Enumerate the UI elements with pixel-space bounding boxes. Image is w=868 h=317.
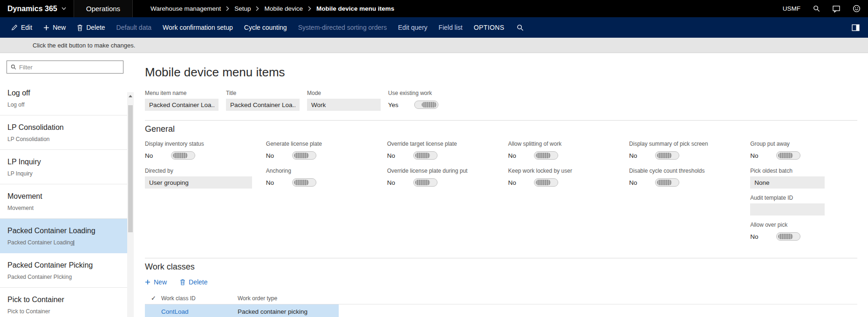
- field-menu-item-name: Menu item name: [145, 90, 219, 111]
- work-class-id-link[interactable]: ContLoad: [161, 308, 238, 315]
- sidebar-scrollbar[interactable]: [127, 92, 134, 317]
- override-license-plate-during-put-toggle[interactable]: [413, 178, 437, 187]
- menu-item-edit-query[interactable]: Edit query: [392, 17, 433, 38]
- item-subtitle: Packed Container Loading: [7, 239, 119, 246]
- pencil-icon: [11, 24, 18, 31]
- breadcrumb-setup[interactable]: Setup: [234, 5, 251, 12]
- info-message: Click the edit button to make changes.: [33, 42, 135, 49]
- menu-item-label: Edit query: [398, 24, 427, 31]
- search-icon[interactable]: [813, 5, 820, 12]
- toggle-value: No: [145, 152, 171, 159]
- column-header-work-order-type[interactable]: Work order type: [238, 295, 857, 302]
- display-inventory-status-toggle[interactable]: [171, 151, 195, 160]
- sidebar-item-packed-container-loading[interactable]: Packed Container Loading Packed Containe…: [0, 219, 127, 253]
- anchoring-toggle[interactable]: [292, 178, 316, 187]
- select-all-check-icon[interactable]: ✓: [145, 295, 161, 302]
- work-classes-new-button[interactable]: New: [145, 278, 167, 286]
- menu-item-label: OPTIONS: [474, 24, 505, 31]
- item-title: Log off: [7, 88, 119, 98]
- text-caret: [74, 240, 74, 246]
- edit-button[interactable]: Edit: [6, 17, 38, 38]
- field-label: Audit template ID: [750, 195, 857, 201]
- toggle-value: No: [508, 179, 534, 186]
- field-directed-by: Directed by User grouping: [145, 168, 252, 189]
- header-fields: Menu item name Title Mode Work Use exist…: [145, 90, 857, 111]
- menu-item-name-input[interactable]: [145, 99, 219, 111]
- field-display-summary-of-pick-screen: Display summary of pick screen No: [629, 141, 736, 162]
- item-title: Movement: [7, 192, 119, 201]
- scroll-up-icon[interactable]: [129, 95, 132, 97]
- delete-button[interactable]: Delete: [71, 17, 110, 38]
- menu-item-cycle-counting[interactable]: Cycle counting: [239, 17, 293, 38]
- menu-item-label: Work confirmation setup: [163, 24, 233, 31]
- sidebar-item-lp-inquiry[interactable]: LP Inquiry LP Inquiry: [0, 150, 127, 184]
- disable-cycle-count-thresholds-toggle[interactable]: [655, 178, 679, 187]
- delete-button-label: Delete: [189, 278, 207, 286]
- breadcrumb-current-page: Mobile device menu items: [316, 5, 394, 12]
- general-fields-grid: Display inventory status No Directed by …: [145, 141, 857, 249]
- new-button[interactable]: New: [38, 17, 71, 38]
- topbar-right-actions: USMF: [783, 5, 868, 13]
- field-label: Override license plate during put: [387, 168, 494, 174]
- menu-item-label: System-directed sorting orders: [298, 24, 387, 31]
- company-selector[interactable]: USMF: [783, 5, 800, 12]
- toggle-knob: [778, 153, 793, 158]
- toggle-value: No: [750, 152, 776, 159]
- group-put-away-toggle[interactable]: [776, 151, 800, 160]
- delete-button-label: Delete: [86, 24, 105, 31]
- audit-template-id-input[interactable]: [750, 203, 825, 216]
- breadcrumb-warehouse-management[interactable]: Warehouse management: [150, 5, 221, 12]
- sidebar-item-lp-consolidation[interactable]: LP Consolidation LP Consolidation: [0, 115, 127, 150]
- allow-over-pick-toggle[interactable]: [776, 232, 800, 241]
- column-header-work-class-id[interactable]: Work class ID: [161, 295, 238, 302]
- field-label: Menu item name: [145, 90, 219, 96]
- directed-by-select[interactable]: User grouping: [145, 176, 252, 189]
- smiley-icon[interactable]: [853, 5, 861, 13]
- chat-icon[interactable]: [833, 5, 840, 13]
- field-allow-splitting-of-work: Allow splitting of work No: [508, 141, 615, 162]
- grid-header-row: ✓ Work class ID Work order type: [145, 292, 857, 304]
- chevron-right-icon: [256, 6, 259, 11]
- edit-button-label: Edit: [21, 24, 32, 31]
- open-right-panel-icon[interactable]: [849, 24, 862, 31]
- breadcrumb-mobile-device[interactable]: Mobile device: [264, 5, 303, 12]
- field-allow-over-pick: Allow over pick No: [750, 222, 857, 243]
- plus-icon: [145, 279, 150, 285]
- breadcrumb: Warehouse management Setup Mobile device…: [150, 5, 394, 12]
- options-menu[interactable]: OPTIONS: [468, 17, 510, 38]
- display-summary-of-pick-screen-toggle[interactable]: [655, 151, 679, 160]
- chevron-right-icon: [226, 6, 229, 11]
- item-title: LP Inquiry: [7, 157, 119, 167]
- menu-item-label: Cycle counting: [244, 24, 287, 31]
- use-existing-work-toggle[interactable]: [414, 101, 438, 109]
- sidebar-item-packed-container-picking[interactable]: Packed Container Picking Packed Containe…: [0, 253, 127, 288]
- sidebar-item-pick-to-container[interactable]: Pick to Container Pick to Container: [0, 288, 127, 317]
- menu-item-list: Log off Log off LP Consolidation LP Cons…: [0, 81, 134, 317]
- new-button-label: New: [154, 278, 167, 286]
- module-tab-operations[interactable]: Operations: [74, 0, 133, 17]
- allow-splitting-of-work-toggle[interactable]: [534, 151, 558, 160]
- command-search-icon[interactable]: [510, 17, 530, 38]
- section-title: General: [145, 124, 857, 134]
- search-icon: [11, 64, 16, 70]
- top-navigation-bar: Dynamics 365 Operations Warehouse manage…: [0, 0, 868, 17]
- menu-item-work-confirmation-setup[interactable]: Work confirmation setup: [157, 17, 239, 38]
- filter-input[interactable]: [19, 61, 123, 73]
- sidebar-item-log-off[interactable]: Log off Log off: [0, 81, 127, 115]
- keep-work-locked-by-user-toggle[interactable]: [534, 178, 558, 187]
- title-input[interactable]: [226, 99, 300, 111]
- override-target-license-plate-toggle[interactable]: [413, 151, 437, 160]
- sidebar-item-movement[interactable]: Movement Movement: [0, 184, 127, 219]
- field-label: Mode: [307, 90, 381, 96]
- table-row[interactable]: ContLoad Packed container picking: [145, 304, 339, 317]
- mode-select[interactable]: Work: [307, 99, 381, 111]
- app-launcher[interactable]: Dynamics 365: [0, 0, 74, 17]
- item-subtitle: Movement: [7, 205, 119, 211]
- work-classes-grid: ✓ Work class ID Work order type ContLoad…: [145, 292, 857, 317]
- menu-item-field-list[interactable]: Field list: [433, 17, 468, 38]
- generate-license-plate-toggle[interactable]: [292, 151, 316, 160]
- work-classes-delete-button[interactable]: Delete: [180, 278, 207, 286]
- toggle-value: No: [629, 179, 655, 186]
- scrollbar-thumb[interactable]: [128, 105, 133, 232]
- pick-oldest-batch-select[interactable]: None: [750, 176, 825, 189]
